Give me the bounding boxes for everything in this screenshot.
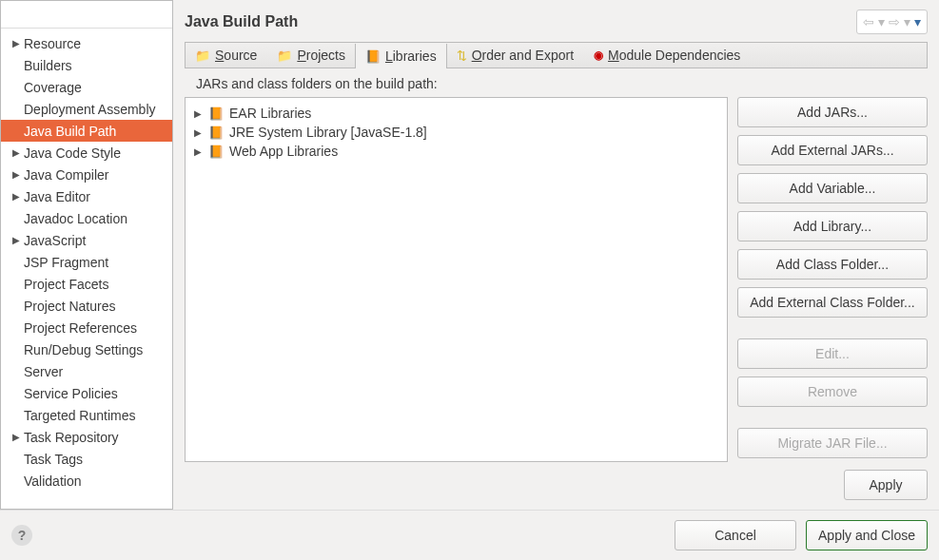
content-panel: Java Build Path ⇦ ▾ ⇨ ▾ ▾ 📁Source📁Projec… [173,0,939,510]
libraries-list[interactable]: ▶📙EAR Libraries▶📙JRE System Library [Jav… [185,97,728,462]
sidebar-item-label: Resource [24,36,81,51]
add-library-button[interactable]: Add Library... [737,211,928,241]
sidebar-item[interactable]: ▶Java Code Style [1,142,172,164]
expand-arrow-icon: ▶ [10,235,22,245]
action-button-column: Add JARs... Add External JARs... Add Var… [737,97,928,462]
view-menu-icon[interactable]: ▾ [912,14,923,29]
sidebar-item-label: Java Build Path [24,124,116,139]
sidebar-item-label: Project Natures [24,299,115,314]
add-external-jars-button[interactable]: Add External JARs... [737,135,928,165]
library-label: EAR Libraries [229,106,311,121]
sidebar-item[interactable]: Project Natures [1,295,172,317]
book-icon: 📙 [365,49,381,64]
cancel-button[interactable]: Cancel [675,520,796,550]
tab-label: Libraries [385,48,437,64]
sidebar-item[interactable]: JSP Fragment [1,251,172,273]
history-nav: ⇦ ▾ ⇨ ▾ ▾ [856,10,928,34]
sidebar-item-label: JSP Fragment [24,255,108,270]
sidebar-item[interactable]: Run/Debug Settings [1,338,172,360]
library-label: Web App Libraries [229,144,338,159]
sidebar-item[interactable]: Service Policies [1,382,172,404]
help-icon[interactable]: ? [11,525,32,546]
tab-label: Order and Export [472,48,574,63]
expand-arrow-icon: ▶ [10,432,22,442]
sidebar-item-label: Builders [24,58,72,73]
library-item[interactable]: ▶📙JRE System Library [JavaSE-1.8] [193,123,719,142]
property-tree: ▶ResourceBuildersCoverageDeployment Asse… [1,29,172,509]
expand-arrow-icon: ▶ [10,147,22,158]
forward-menu-icon[interactable]: ▾ [902,14,912,29]
library-icon: 📙 [208,145,224,159]
sidebar-item-label: Server [24,364,63,379]
tab[interactable]: 📁Source [186,43,267,68]
sidebar-item[interactable]: Targeted Runtimes [1,404,172,426]
tab-label: Projects [297,48,345,63]
apply-button[interactable]: Apply [844,470,928,500]
sidebar-item-label: Task Tags [24,452,83,467]
sidebar-item[interactable]: Javadoc Location [1,207,172,229]
sidebar-item-label: Project References [24,320,137,336]
forward-icon[interactable]: ⇨ [887,14,902,29]
sidebar-item-label: Project Facets [24,277,108,292]
sidebar-item[interactable]: Deployment Assembly [1,98,172,120]
library-label: JRE System Library [JavaSE-1.8] [229,125,427,140]
sidebar-item-label: Validation [24,473,81,489]
sidebar-item-label: Service Policies [24,386,118,401]
sidebar-item[interactable]: Coverage [1,76,172,98]
sidebar-item[interactable]: ▶Task Repository [1,426,172,448]
filter-input[interactable] [1,1,172,28]
section-description: JARs and class folders on the build path… [185,68,928,97]
library-item[interactable]: ▶📙EAR Libraries [193,104,719,123]
migrate-jar-button: Migrate JAR File... [737,428,928,458]
sidebar-item[interactable]: Task Tags [1,448,172,470]
sidebar-item[interactable]: Project Facets [1,273,172,295]
sidebar-item[interactable]: Project References [1,317,172,338]
add-jars-button[interactable]: Add JARs... [737,97,928,127]
sidebar-item[interactable]: Server [1,360,172,382]
sidebar-item[interactable]: ▶JavaScript [1,229,172,251]
library-item[interactable]: ▶📙Web App Libraries [193,142,719,161]
expand-arrow-icon: ▶ [193,127,203,138]
order-icon: ⇅ [457,48,467,63]
page-title: Java Build Path [185,13,298,30]
sidebar-item-label: Java Compiler [24,167,108,183]
sidebar-item-label: Java Editor [24,189,90,204]
sidebar-item[interactable]: Java Build Path [1,120,172,142]
library-icon: 📙 [208,126,224,140]
add-variable-button[interactable]: Add Variable... [737,173,928,203]
library-icon: 📙 [208,106,224,121]
tab[interactable]: ⇅Order and Export [447,43,584,68]
sidebar-item[interactable]: ▶Resource [1,32,172,54]
tab[interactable]: ◉Module Dependencies [584,43,751,68]
expand-arrow-icon: ▶ [10,191,22,202]
tab-label: Module Dependencies [608,48,740,63]
expand-arrow-icon: ▶ [193,146,203,157]
tab[interactable]: 📙Libraries [355,44,447,68]
sidebar-item[interactable]: Validation [1,470,172,492]
red-icon: ◉ [594,48,603,62]
sidebar-item-label: Java Code Style [24,145,121,161]
sidebar-item-label: Coverage [24,80,82,95]
sidebar-item-label: JavaScript [24,233,86,248]
sidebar-item-label: Run/Debug Settings [24,342,143,357]
folder-icon: 📁 [277,48,292,63]
dialog-footer: ? Cancel Apply and Close [0,510,939,560]
add-class-folder-button[interactable]: Add Class Folder... [737,249,928,280]
expand-arrow-icon: ▶ [10,38,22,48]
sidebar-item[interactable]: Builders [1,54,172,76]
add-external-class-folder-button[interactable]: Add External Class Folder... [737,287,928,318]
sidebar-item-label: Deployment Assembly [24,102,156,117]
folder-icon: 📁 [195,48,210,63]
sidebar-item-label: Targeted Runtimes [24,408,136,423]
sidebar-item[interactable]: ▶Java Editor [1,185,172,207]
tab[interactable]: 📁Projects [267,43,356,68]
remove-button: Remove [737,377,928,407]
sidebar: ▶ResourceBuildersCoverageDeployment Asse… [0,0,173,510]
back-icon[interactable]: ⇦ [861,14,876,29]
edit-button: Edit... [737,338,928,369]
sidebar-item-label: Task Repository [24,430,119,445]
back-menu-icon[interactable]: ▾ [876,14,887,29]
sidebar-item[interactable]: ▶Java Compiler [1,164,172,185]
apply-and-close-button[interactable]: Apply and Close [806,520,928,550]
sidebar-item-label: Javadoc Location [24,211,127,226]
